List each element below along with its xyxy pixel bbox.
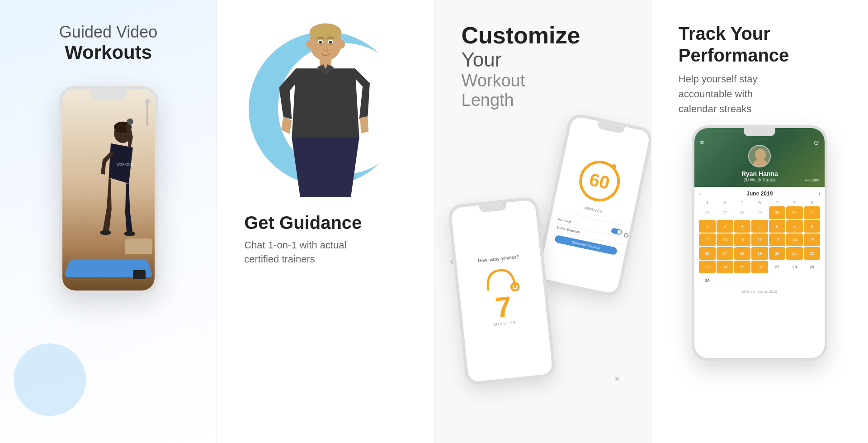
phone-60-minutes: 60 minutes Warm-Up Shuffle Exercises Sel… bbox=[535, 112, 651, 298]
day-header-m: M bbox=[717, 200, 733, 205]
day-header-t2: T bbox=[769, 200, 786, 205]
cal-cell-16: 16 bbox=[699, 247, 716, 260]
cal-cell-31: 31 bbox=[786, 206, 803, 219]
panel3-title-line3: Workout bbox=[462, 71, 624, 91]
close-x-icon: × bbox=[615, 374, 620, 384]
panel3-title-bold: Customize bbox=[462, 23, 624, 48]
cal-cell-27-prev: 27 bbox=[717, 206, 733, 219]
profile-streak: 20 Week Streak bbox=[744, 177, 776, 182]
cal-cell-20: 20 bbox=[769, 247, 786, 260]
cal-cell-28: 28 bbox=[786, 261, 803, 273]
cal-cell-23: 23 bbox=[699, 261, 716, 273]
profile-avatar bbox=[748, 145, 771, 167]
cal-cell-14: 14 bbox=[786, 233, 803, 246]
cal-cell-25: 25 bbox=[734, 261, 751, 273]
day-header-w: W bbox=[751, 200, 768, 205]
cal-cell-24: 24 bbox=[717, 261, 733, 273]
panel3-title-line2: Your bbox=[462, 48, 624, 71]
main-container: Guided Video Workouts bbox=[0, 0, 868, 443]
panel1-title-line1: Guided Video bbox=[59, 23, 158, 42]
svg-point-10 bbox=[306, 40, 313, 49]
stats-bar-icon: ▪▪▪ bbox=[804, 178, 809, 182]
cal-cell-29: 29 bbox=[804, 261, 821, 273]
svg-text:WORKOUT: WORKOUT bbox=[117, 163, 134, 167]
warmup-toggle[interactable] bbox=[611, 228, 623, 235]
arc-handle-icon bbox=[481, 264, 520, 295]
cal-cell-13: 13 bbox=[769, 233, 786, 246]
cal-cell-8: 8 bbox=[804, 220, 821, 233]
panel3-title-line4: Length bbox=[462, 91, 624, 110]
calendar-nav: ‹ June 2019 › bbox=[699, 191, 820, 197]
panel4-subtitle: Help yourself stayaccountable withcalend… bbox=[679, 71, 841, 116]
camera-icon: ⊙ bbox=[814, 139, 819, 146]
left-chevron-icon[interactable]: ‹ bbox=[450, 255, 453, 267]
cal-cell-19: 19 bbox=[751, 247, 768, 260]
timer-number-60: 60 bbox=[588, 169, 612, 193]
panel1-title-line2: Workouts bbox=[59, 42, 158, 63]
trainer-figure-svg bbox=[262, 14, 389, 204]
cal-cell-26-prev: 26 bbox=[699, 206, 716, 219]
svg-point-2 bbox=[127, 119, 133, 125]
panel-track-performance: Track YourPerformance Help yourself stay… bbox=[651, 0, 868, 443]
menu-icon: ≡ bbox=[700, 139, 703, 146]
day-header-s2: S bbox=[804, 200, 821, 205]
day-header-f: F bbox=[786, 200, 803, 205]
cal-cell-28-prev: 28 bbox=[734, 206, 751, 219]
svg-point-11 bbox=[338, 40, 345, 49]
cal-cell-11: 11 bbox=[734, 233, 751, 246]
stats-text: Stats bbox=[810, 178, 820, 182]
cal-cell-29-prev: 29 bbox=[751, 206, 768, 219]
tablet-device bbox=[133, 270, 146, 279]
panel2-subtitle: Chat 1-on-1 with actual certified traine… bbox=[244, 238, 406, 267]
cal-cell-2: 2 bbox=[699, 220, 716, 233]
calendar-container: ‹ June 2019 › S M T W T F S 26 27 bbox=[694, 187, 825, 297]
workout-person-svg: WORKOUT bbox=[65, 103, 157, 264]
cal-cell-7: 7 bbox=[786, 220, 803, 233]
stats-link[interactable]: ▪▪▪ Stats bbox=[804, 178, 819, 182]
cal-cell-21: 21 bbox=[786, 247, 803, 260]
cal-next-arrow[interactable]: › bbox=[818, 191, 820, 197]
cal-cell-27: 27 bbox=[769, 261, 786, 273]
cal-cell-5: 5 bbox=[751, 220, 768, 233]
question-text: How many minutes? bbox=[478, 254, 519, 263]
profile-phone-mockup: ≡ ⊙ Ryan Hanna 20 Week Streak ▪▪▪ Stats bbox=[692, 125, 827, 361]
calendar-days-header: S M T W T F S bbox=[699, 200, 820, 205]
trainer-section bbox=[240, 23, 411, 204]
panel-guided-workouts: Guided Video Workouts bbox=[0, 0, 217, 443]
panel4-title-area: Track YourPerformance Help yourself stay… bbox=[670, 23, 850, 116]
timer-dot bbox=[611, 164, 617, 169]
profile-name: Ryan Hanna bbox=[741, 170, 778, 177]
profile-phone-notch bbox=[744, 128, 775, 136]
svg-point-4 bbox=[124, 231, 135, 236]
minutes-big-number: 7 bbox=[494, 292, 513, 322]
cal-cell-10: 10 bbox=[717, 233, 733, 246]
svg-point-17 bbox=[319, 41, 322, 44]
panel2-title: Get Guidance bbox=[244, 213, 406, 233]
calendar-grid: 26 27 28 29 30 31 1 2 3 4 5 6 7 8 9 bbox=[699, 206, 820, 287]
day-header-s1: S bbox=[699, 200, 716, 205]
panel1-title-area: Guided Video Workouts bbox=[59, 23, 158, 63]
panel4-main-title: Track YourPerformance bbox=[679, 23, 841, 66]
cal-cell-4: 4 bbox=[734, 220, 751, 233]
calendar-month-title: June 2019 bbox=[746, 191, 773, 197]
cal-prev-arrow[interactable]: ‹ bbox=[699, 191, 701, 197]
cal-cell-9: 9 bbox=[699, 233, 716, 246]
profile-header: ≡ ⊙ Ryan Hanna 20 Week Streak ▪▪▪ Stats bbox=[694, 128, 825, 187]
panel3-title-area: Customize Your Workout Length bbox=[453, 23, 633, 110]
cal-cell-30-last: 30 bbox=[699, 274, 716, 287]
phones-container-panel3: 60 minutes Warm-Up Shuffle Exercises Sel… bbox=[448, 119, 637, 391]
cal-cell-1: 1 bbox=[804, 206, 821, 219]
day-header-t1: T bbox=[734, 200, 751, 205]
cal-cell-26: 26 bbox=[751, 261, 768, 273]
phone-mockup-panel1: WORKOUT bbox=[59, 86, 158, 294]
cal-cell-18: 18 bbox=[734, 247, 751, 260]
timer-circle-60: 60 bbox=[576, 157, 624, 205]
panel-get-guidance: Get Guidance Chat 1-on-1 with actual cer… bbox=[217, 0, 434, 443]
cal-cell-3: 3 bbox=[717, 220, 733, 233]
timer-screen-60: 60 minutes Warm-Up Shuffle Exercises Sel… bbox=[538, 116, 651, 295]
svg-point-21 bbox=[755, 149, 766, 161]
cal-cell-30: 30 bbox=[769, 206, 786, 219]
phone-notch-1 bbox=[90, 90, 127, 100]
phone-7-minutes: How many minutes? 7 MINUTES bbox=[448, 196, 557, 386]
cal-cell-17: 17 bbox=[717, 247, 733, 260]
